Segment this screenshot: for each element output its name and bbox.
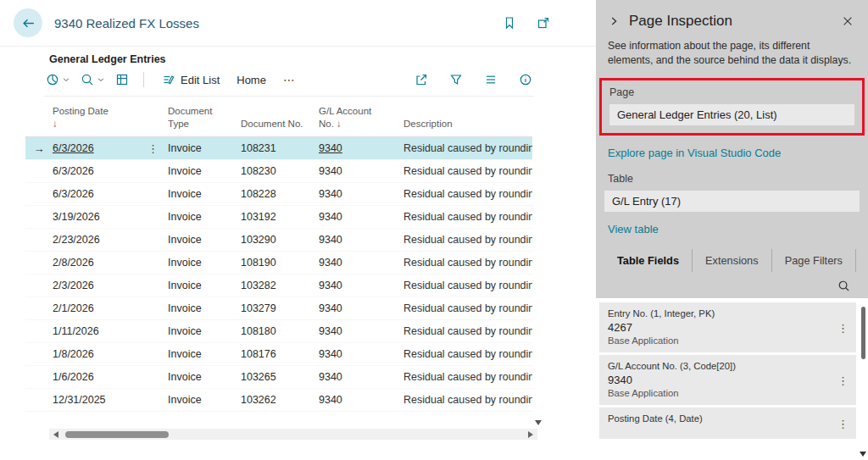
search-icon[interactable] <box>837 280 850 292</box>
cell-posting-date[interactable]: 2/3/2026 <box>53 280 147 291</box>
table-row[interactable]: → 1/6/2026 ⋮ Invoice 103265 9340 Residua… <box>25 366 532 389</box>
cell-account-no[interactable]: 9340 <box>319 165 403 177</box>
field-menu-icon[interactable]: ⋮ <box>837 321 849 334</box>
field-card[interactable]: Entry No. (1, Integer, PK) 4267 Base App… <box>599 302 856 352</box>
cell-document-no[interactable]: 108180 <box>241 325 319 337</box>
column-header-description[interactable]: Description <box>403 118 532 136</box>
info-button[interactable] <box>517 71 534 88</box>
field-menu-icon[interactable]: ⋮ <box>837 417 849 430</box>
cell-account-no[interactable]: 9340 <box>319 302 403 314</box>
cell-document-no[interactable]: 103290 <box>241 234 319 246</box>
table-row[interactable]: → 2/3/2026 ⋮ Invoice 103282 9340 Residua… <box>25 274 532 297</box>
open-in-new-window-icon[interactable] <box>535 14 552 31</box>
cell-document-no[interactable]: 103262 <box>241 394 319 406</box>
horizontal-scrollbar-thumb[interactable] <box>65 431 169 438</box>
table-row[interactable]: → 6/3/2026 ⋮ Invoice 108231 9340 Residua… <box>25 137 532 160</box>
cell-posting-date[interactable]: 2/1/2026 <box>53 302 147 314</box>
cell-document-no[interactable]: 103192 <box>241 211 319 223</box>
cell-account-no[interactable]: 9340 <box>319 348 403 360</box>
collapse-chevron-icon[interactable] <box>608 15 620 27</box>
cell-posting-date[interactable]: 3/19/2026 <box>53 211 147 223</box>
panel-scroll-down-arrow[interactable] <box>860 452 866 457</box>
analysis-button[interactable] <box>44 71 72 88</box>
cell-account-no[interactable]: 9340 <box>319 325 403 337</box>
cell-document-no[interactable]: 108230 <box>241 165 319 177</box>
field-menu-icon[interactable]: ⋮ <box>837 374 849 386</box>
cell-account-no[interactable]: 9340 <box>319 234 403 246</box>
cell-posting-date[interactable]: 1/11/2026 <box>53 325 147 337</box>
explore-page-link[interactable]: Explore page in Visual Studio Code <box>608 147 781 159</box>
cell-posting-date[interactable]: 2/8/2026 <box>53 257 147 269</box>
scroll-left-arrow[interactable] <box>53 431 58 438</box>
cell-posting-date[interactable]: 1/6/2026 <box>53 371 147 383</box>
inspection-tab[interactable]: Table Fields <box>604 249 693 272</box>
share-button[interactable] <box>413 71 430 88</box>
cell-document-no[interactable]: 103265 <box>241 371 319 383</box>
cell-account-no[interactable]: 9340 <box>319 142 403 154</box>
cell-description[interactable]: Residual caused by rounding <box>403 142 532 154</box>
table-row[interactable]: → 12/31/2025 ⋮ Invoice 103262 9340 Resid… <box>25 389 532 412</box>
home-menu-button[interactable]: Home <box>231 70 271 90</box>
cell-posting-date[interactable]: 12/31/2025 <box>53 394 147 406</box>
cell-document-no[interactable]: 103282 <box>241 280 319 291</box>
panel-scrollbar-thumb[interactable] <box>861 307 865 359</box>
table-row[interactable]: → 3/19/2026 ⋮ Invoice 103192 9340 Residu… <box>25 206 532 229</box>
table-row[interactable]: → 1/11/2026 ⋮ Invoice 108180 9340 Residu… <box>25 320 532 343</box>
table-row[interactable]: → 2/8/2026 ⋮ Invoice 108190 9340 Residua… <box>25 252 532 274</box>
cell-document-type[interactable]: Invoice <box>168 394 241 406</box>
cell-document-no[interactable]: 108231 <box>241 142 319 154</box>
cell-document-type[interactable]: Invoice <box>168 348 241 360</box>
cell-document-type[interactable]: Invoice <box>168 211 241 223</box>
cell-description[interactable]: Residual caused by rounding <box>403 371 532 383</box>
scroll-down-arrow[interactable] <box>535 420 542 425</box>
scroll-right-arrow[interactable] <box>528 431 533 438</box>
cell-description[interactable]: Residual caused by rounding <box>403 394 532 406</box>
inspection-tab[interactable]: Page Filters <box>772 249 856 272</box>
cell-description[interactable]: Residual caused by rounding <box>403 188 532 200</box>
show-list-button[interactable] <box>482 71 499 88</box>
row-menu-icon[interactable]: ⋮ <box>147 142 159 155</box>
view-table-link[interactable]: View table <box>608 223 659 236</box>
cell-document-type[interactable]: Invoice <box>168 142 241 154</box>
cell-description[interactable]: Residual caused by rounding <box>403 325 532 337</box>
cell-document-type[interactable]: Invoice <box>168 325 241 337</box>
cell-description[interactable]: Residual caused by rounding <box>403 211 532 223</box>
cell-account-no[interactable]: 9340 <box>319 280 403 291</box>
cell-document-no[interactable]: 108190 <box>241 257 319 269</box>
cell-posting-date[interactable]: 1/8/2026 <box>53 348 147 360</box>
column-header-document-no[interactable]: Document No. <box>241 118 319 136</box>
cell-posting-date[interactable]: 6/3/2026 <box>53 188 147 200</box>
cell-account-no[interactable]: 9340 <box>319 371 403 383</box>
cell-document-type[interactable]: Invoice <box>168 165 241 177</box>
cell-account-no[interactable]: 9340 <box>319 188 403 200</box>
cell-description[interactable]: Residual caused by rounding <box>403 302 532 314</box>
back-button[interactable] <box>14 8 42 37</box>
cell-account-no[interactable]: 9340 <box>319 211 403 223</box>
inspection-tab[interactable]: Extensions <box>693 249 772 272</box>
cell-document-type[interactable]: Invoice <box>168 371 241 383</box>
horizontal-scrollbar[interactable] <box>49 429 537 440</box>
cell-posting-date[interactable]: 6/3/2026 <box>53 142 147 154</box>
table-row[interactable]: → 1/8/2026 ⋮ Invoice 108176 9340 Residua… <box>25 343 532 366</box>
cell-document-no[interactable]: 108176 <box>241 348 319 360</box>
cell-posting-date[interactable]: 6/3/2026 <box>53 165 147 177</box>
field-card[interactable]: G/L Account No. (3, Code[20]) 9340 Base … <box>599 355 856 405</box>
cell-description[interactable]: Residual caused by rounding <box>403 280 532 291</box>
cell-posting-date[interactable]: 2/23/2026 <box>53 234 147 246</box>
table-row[interactable]: → 6/3/2026 ⋮ Invoice 108230 9340 Residua… <box>25 160 532 183</box>
cell-description[interactable]: Residual caused by rounding <box>403 165 532 177</box>
cell-account-no[interactable]: 9340 <box>319 394 403 406</box>
cell-document-type[interactable]: Invoice <box>168 280 241 291</box>
column-header-document-type[interactable]: Document Type <box>168 105 241 136</box>
bookmark-icon[interactable] <box>501 14 518 31</box>
field-card[interactable]: Posting Date (4, Date) ⋮ <box>599 407 856 439</box>
cell-description[interactable]: Residual caused by rounding <box>403 348 532 360</box>
cell-document-no[interactable]: 108228 <box>241 188 319 200</box>
cell-document-no[interactable]: 103279 <box>241 302 319 314</box>
table-row[interactable]: → 2/1/2026 ⋮ Invoice 103279 9340 Residua… <box>25 297 532 320</box>
cell-document-type[interactable]: Invoice <box>168 234 241 246</box>
more-options-button[interactable]: ⋯ <box>278 69 301 90</box>
table-row[interactable]: → 6/3/2026 ⋮ Invoice 108228 9340 Residua… <box>25 183 532 206</box>
table-vertical-scrollbar[interactable] <box>534 142 542 425</box>
table-row[interactable]: → 2/23/2026 ⋮ Invoice 103290 9340 Residu… <box>25 229 532 252</box>
